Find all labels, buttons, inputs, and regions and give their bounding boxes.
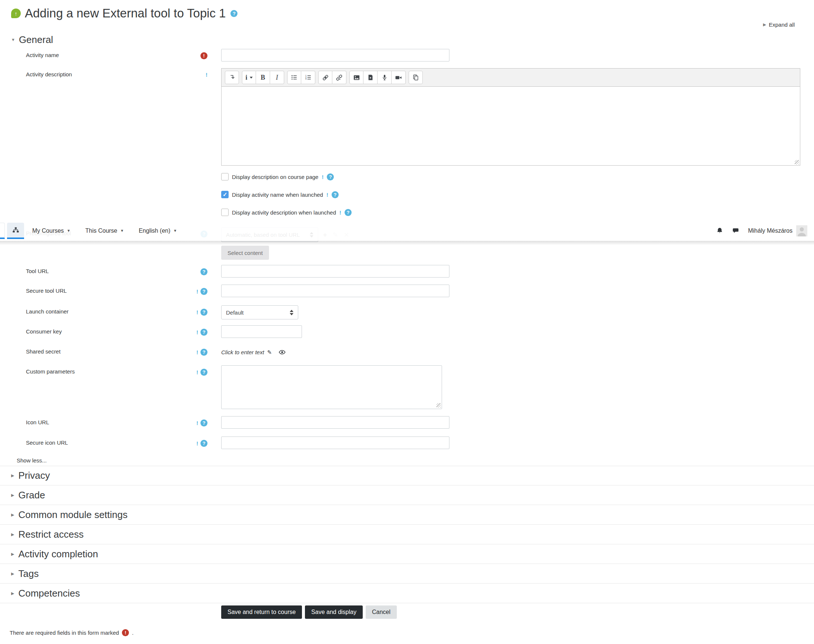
description-editor-textarea[interactable] xyxy=(221,87,800,166)
launch-container-select[interactable]: Default xyxy=(221,305,298,319)
activity-description-label: Activity description xyxy=(26,71,72,77)
section-privacy[interactable]: ▶ Privacy xyxy=(0,466,814,485)
activity-name-input[interactable] xyxy=(221,49,449,61)
user-menu[interactable]: Mihály Mészáros xyxy=(748,225,807,236)
left-edge-tab[interactable] xyxy=(0,223,5,239)
checkbox[interactable] xyxy=(221,209,228,216)
advanced-icon: ! xyxy=(196,329,198,335)
chevron-right-icon: ▶ xyxy=(11,552,14,556)
help-icon[interactable]: ? xyxy=(201,288,207,295)
chevron-right-icon: ▶ xyxy=(11,532,14,537)
section-restrict-access[interactable]: ▶ Restrict access xyxy=(0,525,814,544)
resize-handle[interactable] xyxy=(437,403,441,408)
ordered-list-button[interactable]: 123 xyxy=(301,71,315,84)
launch-container-value: Default xyxy=(226,310,244,316)
required-fields-note: There are required fields in this form m… xyxy=(10,629,814,636)
collapsed-sections: ▶ Privacy ▶ Grade ▶ Common module settin… xyxy=(0,466,814,603)
resize-handle[interactable] xyxy=(795,160,799,164)
paragraph-styles-dropdown[interactable]: i xyxy=(242,71,256,84)
page-header: ↑ Adding a new External tool to Topic 1 … xyxy=(0,0,814,21)
advanced-icon: ! xyxy=(196,420,198,426)
section-general-title: General xyxy=(19,34,54,46)
custom-parameters-textarea[interactable] xyxy=(221,365,442,409)
advanced-icon: ! xyxy=(322,174,323,180)
bold-button[interactable]: B xyxy=(256,71,270,84)
link-icon[interactable] xyxy=(318,71,332,84)
secure-tool-url-label: Secure tool URL xyxy=(26,288,67,294)
icon-url-input[interactable] xyxy=(221,416,449,429)
section-common-module-settings[interactable]: ▶ Common module settings xyxy=(0,505,814,525)
advanced-icon: ! xyxy=(196,440,198,446)
help-icon[interactable]: ? xyxy=(327,173,334,181)
cancel-button[interactable]: Cancel xyxy=(366,606,397,619)
consumer-key-input[interactable] xyxy=(221,325,302,338)
help-icon[interactable]: ? xyxy=(345,209,352,216)
nav-menu-label: My Courses xyxy=(32,227,64,234)
checkbox-label: Display activity name when launched xyxy=(232,192,323,198)
tool-url-label: Tool URL xyxy=(26,268,49,274)
row-activity-name: Activity name ! xyxy=(0,49,814,61)
italic-icon: I xyxy=(276,74,278,81)
help-icon[interactable]: ? xyxy=(201,309,207,316)
section-tags[interactable]: ▶ Tags xyxy=(0,564,814,584)
manage-files-icon[interactable] xyxy=(409,71,423,84)
help-icon[interactable]: ? xyxy=(201,440,207,447)
bold-icon: B xyxy=(261,74,265,81)
help-icon[interactable]: ? xyxy=(230,10,238,17)
sitemap-tab[interactable] xyxy=(7,223,24,239)
messages-chat-icon[interactable] xyxy=(732,227,739,234)
chevron-right-icon: ▶ xyxy=(763,23,766,27)
nav-menu-language[interactable]: English (en) ▼ xyxy=(139,227,177,234)
description-editor: i B I 123 xyxy=(221,68,800,166)
show-less-link[interactable]: Show less... xyxy=(17,457,814,463)
record-video-icon[interactable] xyxy=(392,71,406,84)
required-icon: ! xyxy=(201,52,207,59)
section-activity-completion[interactable]: ▶ Activity completion xyxy=(0,544,814,564)
help-icon[interactable]: ? xyxy=(201,349,207,356)
checkbox[interactable] xyxy=(221,191,228,198)
tool-url-input[interactable] xyxy=(221,265,449,278)
checkbox-row-display-activity-name[interactable]: Display activity name when launched ! ? xyxy=(221,189,814,200)
checkbox[interactable] xyxy=(221,173,228,181)
save-return-button[interactable]: Save and return to course xyxy=(221,606,302,619)
eye-icon[interactable] xyxy=(279,349,286,356)
chevron-down-icon: ▼ xyxy=(120,229,124,233)
styles-icon: i xyxy=(245,74,247,81)
unlink-icon[interactable] xyxy=(332,71,346,84)
section-grade[interactable]: ▶ Grade xyxy=(0,485,814,505)
launch-container-label: Launch container xyxy=(26,308,69,314)
shared-secret-label: Shared secret xyxy=(26,348,60,354)
chevron-down-icon: ▼ xyxy=(67,229,71,233)
form-actions: Save and return to course Save and displ… xyxy=(221,606,814,619)
advanced-icon: ! xyxy=(327,192,328,198)
help-icon[interactable]: ? xyxy=(201,268,207,275)
avatar[interactable] xyxy=(796,225,807,236)
help-icon[interactable]: ? xyxy=(201,369,207,376)
insert-media-icon[interactable] xyxy=(363,71,377,84)
unordered-list-button[interactable] xyxy=(287,71,301,84)
insert-image-icon[interactable] xyxy=(350,71,363,84)
notifications-bell-icon[interactable] xyxy=(716,227,723,234)
shared-secret-placeholder[interactable]: Click to enter text ✎ xyxy=(221,349,272,356)
help-icon[interactable]: ? xyxy=(201,329,207,336)
nav-menu-my-courses[interactable]: My Courses ▼ xyxy=(32,227,71,234)
collapse-toolbar-icon[interactable] xyxy=(225,71,239,84)
help-icon[interactable]: ? xyxy=(201,419,207,426)
nav-menu-label: English (en) xyxy=(139,227,170,234)
chevron-right-icon: ▶ xyxy=(11,474,14,478)
section-general-heading[interactable]: ▼ General xyxy=(11,33,814,46)
nav-menu-this-course[interactable]: This Course ▼ xyxy=(85,227,124,234)
user-name: Mihály Mészáros xyxy=(748,227,793,234)
italic-button[interactable]: I xyxy=(270,71,284,84)
secure-icon-url-input[interactable] xyxy=(221,437,449,449)
checkbox-row-display-description[interactable]: Display description on course page ! ? xyxy=(221,172,814,182)
checkbox-row-display-activity-description[interactable]: Display activity description when launch… xyxy=(221,207,814,218)
secure-tool-url-input[interactable] xyxy=(221,285,449,297)
record-audio-icon[interactable] xyxy=(377,71,392,84)
select-caret-icon xyxy=(290,310,293,315)
section-competencies[interactable]: ▶ Competencies xyxy=(0,584,814,603)
help-icon[interactable]: ? xyxy=(332,191,339,198)
select-content-button[interactable]: Select content xyxy=(221,246,269,260)
expand-all-link[interactable]: ▶ Expand all xyxy=(763,21,795,28)
save-display-button[interactable]: Save and display xyxy=(305,606,363,619)
